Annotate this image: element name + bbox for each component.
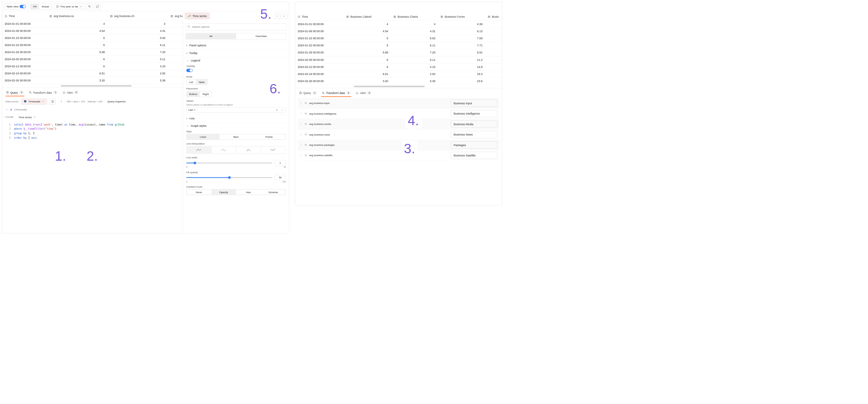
- style-points[interactable]: Points: [253, 134, 286, 139]
- transform-source: avg business-news: [309, 133, 448, 136]
- svg-point-30: [301, 103, 301, 103]
- eye-icon[interactable]: [305, 133, 307, 136]
- interp-linear[interactable]: [186, 147, 211, 154]
- tab-overrides[interactable]: Overrides: [236, 33, 286, 39]
- values-select[interactable]: Last × ×: [186, 107, 286, 113]
- placement-right[interactable]: Right: [200, 91, 211, 97]
- cell: 4.54: [47, 27, 107, 34]
- drag-icon[interactable]: [300, 112, 302, 115]
- gradient-opacity[interactable]: Opacity: [211, 190, 236, 195]
- svg-point-26: [300, 92, 301, 92]
- cell: 4: [344, 21, 391, 28]
- transform-rename-input[interactable]: Business Input: [451, 99, 498, 107]
- drag-icon[interactable]: [300, 123, 302, 125]
- svg-point-67: [301, 156, 301, 156]
- axis-label: Axis: [189, 117, 194, 120]
- section-tooltip[interactable]: Tooltip: [183, 49, 289, 57]
- style-bars[interactable]: Bars: [219, 134, 253, 139]
- cell: 6: [344, 56, 391, 63]
- format-select[interactable]: Time series: [16, 114, 39, 120]
- drag-icon[interactable]: [300, 144, 302, 146]
- actual-option[interactable]: Actual: [39, 4, 52, 9]
- section-axis[interactable]: Axis: [183, 115, 289, 122]
- transform-rename-input[interactable]: Packages: [451, 141, 498, 149]
- tab-transform[interactable]: Transform data 1: [321, 90, 351, 97]
- cell: 4.15: [107, 62, 168, 69]
- graph-styles-toggle[interactable]: Graph styles: [186, 124, 286, 127]
- gradient-hue[interactable]: Hue: [236, 190, 261, 195]
- viz-picker[interactable]: Time series: [185, 12, 210, 19]
- datasource-picker[interactable]: Timescale: [21, 98, 47, 104]
- placement-bottom[interactable]: Bottom: [186, 91, 200, 97]
- viz-next-button[interactable]: [281, 13, 287, 19]
- drag-icon[interactable]: [300, 102, 302, 104]
- fill-actual-segment: Fill Actual: [30, 4, 52, 9]
- visibility-switch[interactable]: [186, 68, 193, 72]
- cell: 2024-02-05 00:00:00: [2, 55, 46, 62]
- eye-icon[interactable]: [305, 123, 307, 125]
- tab-alert[interactable]: Alert 0: [355, 90, 372, 97]
- chevron-right-icon: [284, 14, 285, 18]
- remove-tag-icon[interactable]: ×: [194, 108, 195, 112]
- expand-right-button[interactable]: [58, 98, 64, 104]
- interp-label: Line interpolation: [186, 142, 286, 145]
- datasource-help-button[interactable]: [50, 98, 56, 104]
- mode-list[interactable]: List: [186, 80, 196, 85]
- interp-step-after[interactable]: [261, 147, 286, 154]
- visibility-label: Visibility: [186, 65, 286, 68]
- mode-table[interactable]: Table: [196, 80, 207, 85]
- cell: 2.82: [391, 70, 438, 77]
- transform-rename-input[interactable]: Business News: [451, 131, 498, 138]
- chevron-down-icon: [33, 116, 36, 119]
- interp-step-before[interactable]: [236, 147, 261, 154]
- transform-source: avg business-satellite: [309, 154, 448, 157]
- refresh-button[interactable]: [94, 4, 100, 10]
- tab-transform[interactable]: Transform data 1: [28, 90, 58, 96]
- drag-icon[interactable]: [300, 154, 302, 157]
- zoom-out-button[interactable]: [87, 4, 93, 10]
- eye-icon[interactable]: [305, 144, 307, 146]
- search-input[interactable]: [186, 24, 287, 31]
- transform-rename-input[interactable]: Business Media: [451, 120, 498, 128]
- gradient-none[interactable]: None: [186, 190, 211, 195]
- table-row: 2024-01-01 00:00:00444.39: [295, 21, 502, 28]
- cell: [485, 35, 502, 42]
- chevron-down-icon: [186, 59, 189, 62]
- fill-option[interactable]: Fill: [31, 4, 39, 9]
- opacity-slider[interactable]: 50: [186, 175, 286, 180]
- query-inspector-button[interactable]: Query inspector: [105, 99, 128, 104]
- transform-rename-input[interactable]: Business Satellite: [451, 152, 498, 159]
- transform-rename-input[interactable]: Business Intelligence: [451, 110, 498, 117]
- tab-transform-label: Transform data: [326, 91, 345, 95]
- legend-toggle[interactable]: Legend: [186, 59, 286, 62]
- table-view-toggle[interactable]: Table view: [4, 4, 28, 10]
- clear-icon[interactable]: ×: [276, 108, 277, 112]
- col-time: Time: [9, 14, 15, 18]
- linewidth-slider[interactable]: 1: [186, 160, 286, 166]
- drag-icon[interactable]: [300, 133, 302, 136]
- svg-point-52: [300, 135, 301, 135]
- cell: 5.11: [107, 55, 168, 62]
- tab-all[interactable]: All: [186, 33, 236, 39]
- gradient-scheme[interactable]: Scheme: [261, 190, 285, 195]
- cell: 5.89: [344, 49, 391, 56]
- style-lines[interactable]: Lines: [186, 134, 219, 139]
- col-3r: Business Forms: [445, 15, 465, 18]
- cell: 6: [47, 55, 107, 62]
- table-scrollbar-right[interactable]: [298, 86, 499, 88]
- svg-point-35: [301, 113, 301, 113]
- eye-icon[interactable]: [305, 102, 307, 104]
- transform-list: avg business-inputBusiness Inputavg busi…: [295, 97, 502, 162]
- section-panel-options[interactable]: Panel options: [183, 41, 289, 49]
- chevron-down-icon[interactable]: [5, 108, 8, 111]
- time-range-picker[interactable]: This year so far: [54, 4, 85, 9]
- tab-query[interactable]: Query 1: [5, 90, 25, 96]
- linewidth-value[interactable]: 1: [275, 160, 286, 166]
- viz-prev-button[interactable]: [274, 13, 280, 19]
- tab-alert[interactable]: Alert 0: [62, 90, 79, 96]
- interp-smooth[interactable]: [212, 147, 236, 154]
- tab-query[interactable]: Query 1: [298, 90, 317, 97]
- eye-icon[interactable]: [305, 154, 307, 157]
- eye-icon[interactable]: [305, 112, 307, 115]
- opacity-value[interactable]: 50: [275, 175, 286, 180]
